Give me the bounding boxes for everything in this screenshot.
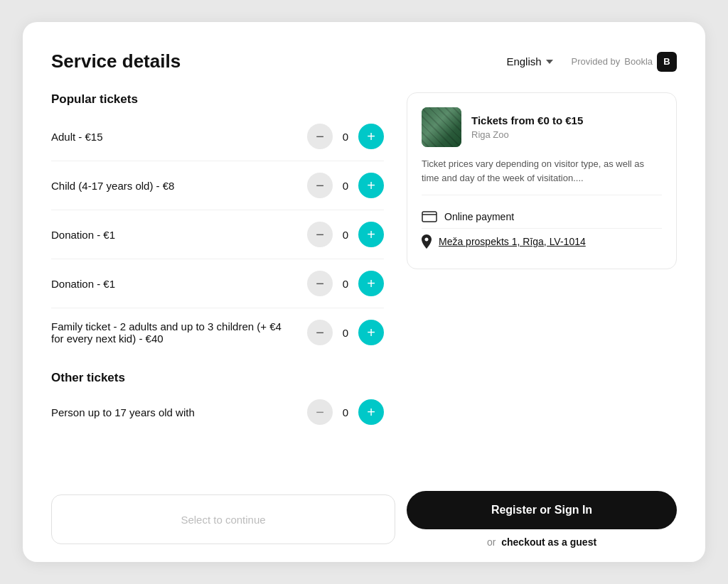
counter-value: 0 — [341, 278, 350, 290]
ticket-label: Family ticket - 2 adults and up to 3 chi… — [51, 320, 307, 345]
info-description: Ticket prices vary depending on visitor … — [422, 157, 662, 195]
location-row: Meža prospekts 1, Rīga, LV-1014 — [422, 228, 662, 254]
language-selector[interactable]: English — [499, 51, 560, 72]
info-card: Tickets from €0 to €15 Riga Zoo Ticket p… — [407, 92, 677, 269]
guest-checkout: or checkout as a guest — [407, 536, 677, 548]
language-label: English — [506, 55, 541, 67]
svg-rect-0 — [422, 212, 437, 222]
ticket-item: Adult - €15 − 0 + — [51, 112, 384, 161]
counter-value: 0 — [341, 180, 350, 192]
main-content: Popular tickets Adult - €15 − 0 + — [51, 92, 677, 477]
popular-tickets-list: Adult - €15 − 0 + Child — [51, 112, 384, 357]
decrement-button[interactable]: − — [307, 320, 333, 345]
left-panel: Popular tickets Adult - €15 − 0 + — [51, 92, 384, 477]
ticket-label: Donation - €1 — [51, 278, 307, 290]
guest-checkout-link[interactable]: checkout as a guest — [501, 536, 596, 548]
other-tickets-section: Other tickets Person up to 17 years old … — [51, 371, 384, 433]
main-card: Service details English Provided by Book… — [23, 22, 705, 562]
header: Service details English Provided by Book… — [51, 50, 677, 72]
counter-value: 0 — [341, 406, 350, 418]
counter: − 0 + — [307, 320, 384, 345]
info-card-venue: Riga Zoo — [471, 129, 583, 140]
increment-button[interactable]: + — [358, 399, 384, 425]
ticket-item: Family ticket - 2 adults and up to 3 chi… — [51, 308, 384, 357]
zoo-image — [422, 107, 461, 147]
counter: − 0 + — [307, 399, 384, 425]
counter: − 0 + — [307, 222, 384, 247]
bottom-area: Select to continue Register or Sign In o… — [51, 477, 677, 562]
increment-button[interactable]: + — [358, 124, 384, 149]
ticket-item: Child (4-17 years old) - €8 − 0 + — [51, 161, 384, 210]
register-button[interactable]: Register or Sign In — [407, 491, 677, 529]
increment-button[interactable]: + — [358, 222, 384, 247]
page-title: Service details — [51, 50, 181, 72]
counter: − 0 + — [307, 124, 384, 149]
popular-tickets-section: Popular tickets Adult - €15 − 0 + — [51, 92, 384, 357]
right-buttons: Register or Sign In or checkout as a gue… — [407, 491, 677, 548]
location-link[interactable]: Meža prospekts 1, Rīga, LV-1014 — [439, 236, 586, 247]
ticket-item: Person up to 17 years old with − 0 + — [51, 391, 384, 433]
decrement-button[interactable]: − — [307, 399, 333, 425]
ticket-label: Adult - €15 — [51, 131, 307, 143]
counter: − 0 + — [307, 271, 384, 296]
increment-button[interactable]: + — [358, 173, 384, 198]
provided-by-label: Provided by — [572, 56, 621, 67]
guest-or-label: or — [487, 536, 496, 548]
location-icon — [422, 234, 432, 249]
counter: − 0 + — [307, 173, 384, 198]
header-right: English Provided by Bookla B — [499, 51, 677, 72]
increment-button[interactable]: + — [358, 271, 384, 296]
credit-card-icon — [422, 211, 437, 222]
info-card-title: Tickets from €0 to €15 — [471, 114, 583, 126]
decrement-button[interactable]: − — [307, 271, 333, 296]
payment-label: Online payment — [444, 211, 514, 222]
decrement-button[interactable]: − — [307, 222, 333, 247]
decrement-button[interactable]: − — [307, 124, 333, 149]
info-card-header: Tickets from €0 to €15 Riga Zoo — [422, 107, 662, 147]
chevron-down-icon — [546, 60, 553, 64]
continue-text: Select to continue — [181, 514, 265, 526]
bookla-badge: B — [657, 52, 677, 72]
popular-tickets-title: Popular tickets — [51, 92, 384, 107]
ticket-item: Donation - €1 − 0 + — [51, 210, 384, 259]
info-card-text: Tickets from €0 to €15 Riga Zoo — [471, 114, 583, 140]
ticket-item: Donation - €1 − 0 + — [51, 259, 384, 308]
ticket-label: Person up to 17 years old with — [51, 406, 307, 418]
counter-value: 0 — [341, 229, 350, 241]
ticket-label: Child (4-17 years old) - €8 — [51, 180, 307, 192]
ticket-label: Donation - €1 — [51, 229, 307, 241]
increment-button[interactable]: + — [358, 320, 384, 345]
counter-value: 0 — [341, 131, 350, 143]
counter-value: 0 — [341, 327, 350, 339]
provided-by: Provided by Bookla B — [572, 52, 677, 72]
payment-row: Online payment — [422, 205, 662, 228]
decrement-button[interactable]: − — [307, 173, 333, 198]
right-panel: Tickets from €0 to €15 Riga Zoo Ticket p… — [407, 92, 677, 477]
provider-name: Bookla — [624, 56, 653, 67]
zoo-image-inner — [422, 107, 461, 147]
other-tickets-title: Other tickets — [51, 371, 384, 385]
continue-box: Select to continue — [51, 494, 395, 544]
